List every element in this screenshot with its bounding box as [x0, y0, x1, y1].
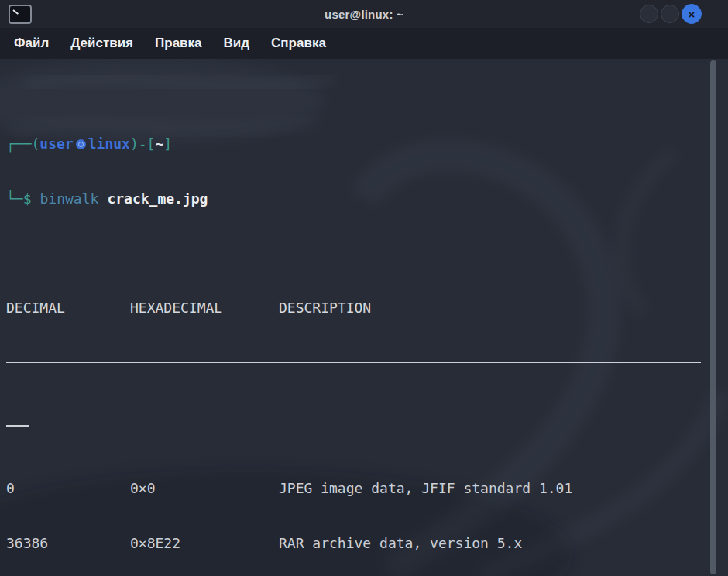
- table-row: 00×0JPEG image data, JFIF standard 1.01: [6, 479, 705, 498]
- window-title: user@linux: ~: [0, 8, 728, 21]
- menu-view[interactable]: Вид: [213, 28, 261, 59]
- header-decimal: DECIMAL: [6, 299, 130, 317]
- close-button[interactable]: ×: [682, 4, 702, 24]
- prompt-user: user: [39, 135, 73, 152]
- terminal-pane[interactable]: ┌──(userlinux)-[~] └─$binwalkcrack_me.jp…: [0, 59, 728, 576]
- prompt-host: linux: [88, 135, 130, 152]
- menu-file[interactable]: Файл: [3, 28, 60, 59]
- table-row: 363860×8E22RAR archive data, version 5.x: [6, 534, 705, 553]
- titlebar[interactable]: user@linux: ~ ×: [0, 0, 728, 28]
- header-hexadecimal: HEXADECIMAL: [130, 299, 279, 317]
- header-description: DESCRIPTION: [279, 300, 371, 316]
- command-line: └─$binwalkcrack_me.jpg: [6, 190, 705, 208]
- prompt-path: ~: [155, 135, 163, 152]
- kali-at-icon: [76, 139, 86, 149]
- scrollbar[interactable]: [710, 60, 716, 574]
- menu-actions[interactable]: Действия: [60, 28, 144, 59]
- window-controls: ×: [640, 4, 702, 24]
- table-header: DECIMALHEXADECIMALDESCRIPTION: [6, 299, 705, 317]
- command-program: binwalk: [40, 190, 99, 207]
- table-separator-line: [6, 362, 705, 380]
- terminal-window: user@linux: ~ × Файл Действия Правка Вид…: [0, 0, 728, 576]
- menubar: Файл Действия Правка Вид Справка: [0, 28, 728, 59]
- menu-edit[interactable]: Правка: [144, 28, 212, 59]
- menu-help[interactable]: Справка: [260, 28, 337, 59]
- maximize-button[interactable]: [661, 5, 679, 23]
- minimize-button[interactable]: [640, 5, 658, 23]
- command-file: crack_me.jpg: [107, 190, 208, 207]
- terminal-app-icon: [9, 5, 32, 24]
- prompt-line: ┌──(userlinux)-[~]: [6, 135, 705, 153]
- close-icon: ×: [689, 9, 695, 20]
- table-separator-wrap: [6, 425, 705, 444]
- terminal-content: ┌──(userlinux)-[~] └─$binwalkcrack_me.jp…: [6, 62, 705, 576]
